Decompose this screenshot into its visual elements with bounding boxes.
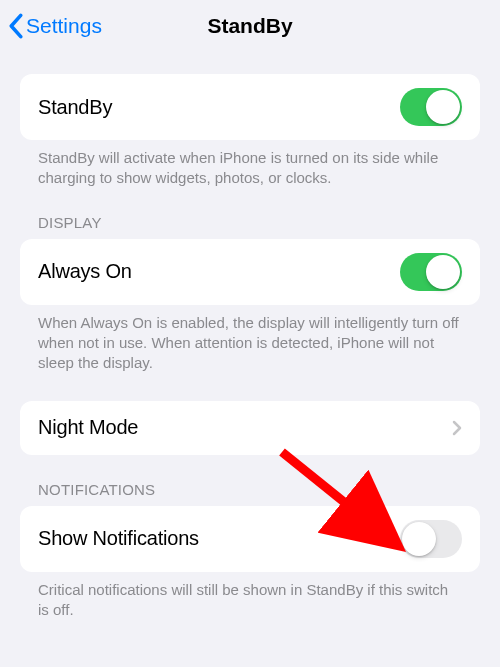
back-label: Settings: [26, 14, 102, 38]
back-button[interactable]: Settings: [8, 13, 102, 39]
standby-label: StandBy: [38, 96, 112, 119]
toggle-knob: [426, 90, 460, 124]
chevron-right-icon: [452, 420, 462, 436]
night-mode-label: Night Mode: [38, 416, 138, 439]
content: StandBy StandBy will activate when iPhon…: [0, 52, 500, 620]
show-notifications-footer: Critical notifications will still be sho…: [20, 572, 480, 620]
navigation-bar: Settings StandBy: [0, 0, 500, 52]
toggle-knob: [426, 255, 460, 289]
show-notifications-label: Show Notifications: [38, 527, 199, 550]
always-on-footer: When Always On is enabled, the display w…: [20, 305, 480, 373]
show-notifications-row[interactable]: Show Notifications: [20, 506, 480, 572]
chevron-left-icon: [8, 13, 24, 39]
notifications-section-header: NOTIFICATIONS: [20, 455, 480, 506]
show-notifications-toggle[interactable]: [400, 520, 462, 558]
display-section-header: DISPLAY: [20, 188, 480, 239]
always-on-label: Always On: [38, 260, 132, 283]
standby-toggle[interactable]: [400, 88, 462, 126]
always-on-toggle[interactable]: [400, 253, 462, 291]
night-mode-row[interactable]: Night Mode: [20, 401, 480, 455]
standby-row[interactable]: StandBy: [20, 74, 480, 140]
page-title: StandBy: [207, 14, 292, 38]
toggle-knob: [402, 522, 436, 556]
always-on-row[interactable]: Always On: [20, 239, 480, 305]
standby-footer: StandBy will activate when iPhone is tur…: [20, 140, 480, 188]
